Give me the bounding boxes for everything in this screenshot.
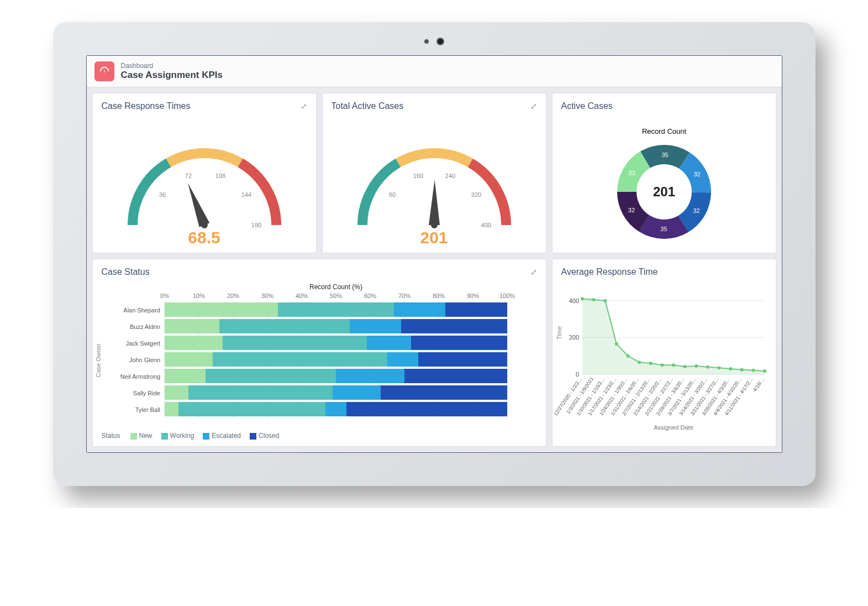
svg-text:0%: 0% — [160, 292, 169, 299]
svg-text:200: 200 — [569, 334, 578, 341]
svg-rect-77 — [165, 402, 178, 416]
legend-title: Status — [102, 432, 120, 440]
svg-point-13 — [431, 222, 438, 228]
svg-point-6 — [201, 222, 208, 228]
svg-text:Record Count (%): Record Count (%) — [309, 283, 362, 291]
svg-point-97 — [683, 365, 686, 368]
header-title: Case Assignment KPIs — [121, 70, 223, 81]
expand-icon[interactable]: ⤢ — [530, 268, 537, 276]
svg-text:35: 35 — [660, 226, 667, 232]
svg-rect-47 — [165, 302, 278, 317]
svg-text:72: 72 — [185, 173, 191, 179]
expand-icon[interactable]: ⤢ — [301, 102, 307, 111]
svg-point-99 — [706, 365, 709, 369]
svg-text:Record Count: Record Count — [641, 127, 686, 135]
svg-rect-70 — [404, 369, 507, 383]
svg-text:Case Owner: Case Owner — [95, 343, 102, 377]
svg-rect-68 — [206, 369, 336, 383]
header-subtitle: Dashboard — [121, 62, 223, 70]
svg-point-100 — [717, 366, 720, 369]
svg-rect-75 — [380, 385, 507, 400]
svg-text:80: 80 — [388, 191, 395, 198]
svg-text:33: 33 — [628, 170, 635, 176]
card-case-status: Case Status ⤢ Record Count (%)Case Owner… — [92, 259, 546, 447]
svg-rect-69 — [336, 369, 404, 383]
svg-text:144: 144 — [241, 191, 251, 198]
svg-text:240: 240 — [445, 173, 455, 179]
svg-rect-67 — [165, 369, 206, 383]
card-avg-response: Average Response Time 0200400Time12/27/2… — [552, 259, 776, 447]
svg-rect-73 — [188, 385, 332, 400]
svg-point-88 — [581, 297, 584, 300]
svg-rect-53 — [219, 319, 350, 333]
svg-rect-58 — [223, 336, 366, 350]
svg-text:32: 32 — [693, 207, 699, 214]
svg-text:320: 320 — [471, 191, 481, 198]
svg-text:400: 400 — [481, 222, 491, 228]
legend-item: Closed — [250, 432, 279, 440]
card-donut-active: Active Cases Record Count333532323532201 — [552, 93, 776, 253]
svg-text:32: 32 — [693, 171, 700, 177]
gauge-active-cases: 80160240320400 — [335, 126, 534, 242]
svg-rect-57 — [165, 336, 223, 350]
svg-rect-63 — [212, 352, 387, 367]
svg-rect-80 — [346, 402, 507, 416]
svg-text:Sally Ride: Sally Ride — [133, 390, 160, 396]
card-response-times: Case Response Times ⤢ 3672108144180 68.5 — [92, 93, 317, 253]
svg-point-91 — [614, 342, 618, 346]
svg-point-104 — [763, 369, 766, 373]
svg-text:Assigned Date: Assigned Date — [654, 424, 693, 431]
svg-text:90%: 90% — [466, 292, 478, 299]
svg-text:Alan Shepard: Alan Shepard — [123, 307, 160, 314]
card-title: Total Active Cases — [332, 101, 404, 111]
dashboard-screen: Dashboard Case Assignment KPIs Case Resp… — [86, 55, 782, 453]
svg-text:50%: 50% — [329, 292, 341, 299]
svg-text:32: 32 — [628, 207, 634, 213]
expand-icon[interactable]: ⤢ — [530, 102, 537, 111]
dashboard-header: Dashboard Case Assignment KPIs — [87, 56, 782, 87]
svg-text:John Glenn: John Glenn — [129, 357, 160, 363]
card-title: Average Response Time — [561, 267, 658, 277]
svg-rect-74 — [332, 385, 380, 400]
svg-point-92 — [626, 354, 629, 358]
svg-text:Jack Swigert: Jack Swigert — [125, 340, 160, 347]
status-legend: Status NewWorkingEscalatedClosed — [93, 429, 546, 446]
svg-rect-72 — [165, 385, 188, 400]
svg-rect-78 — [178, 402, 325, 416]
svg-text:4/18/…: 4/18/… — [751, 376, 765, 393]
legend-item: New — [130, 432, 152, 440]
svg-text:400: 400 — [569, 297, 578, 304]
svg-rect-54 — [349, 319, 401, 333]
gauge-icon — [94, 61, 114, 81]
svg-point-102 — [740, 368, 743, 372]
svg-text:Neil Armstrong: Neil Armstrong — [120, 373, 160, 380]
svg-text:10%: 10% — [192, 292, 204, 299]
stacked-case-status: Record Count (%)Case Owner0%10%20%30%40%… — [93, 280, 535, 424]
svg-text:201: 201 — [653, 184, 675, 199]
svg-rect-79 — [325, 402, 346, 416]
svg-text:Time: Time — [556, 326, 562, 339]
svg-rect-52 — [165, 319, 219, 333]
svg-rect-50 — [445, 302, 507, 317]
svg-rect-65 — [418, 352, 507, 367]
svg-text:100%: 100% — [499, 292, 514, 299]
svg-text:20%: 20% — [227, 292, 239, 299]
svg-rect-49 — [394, 302, 445, 317]
svg-point-94 — [649, 362, 652, 365]
legend-item: Working — [161, 432, 194, 440]
svg-marker-5 — [187, 183, 209, 227]
svg-text:Buzz Aldrin: Buzz Aldrin — [129, 323, 160, 330]
svg-rect-48 — [277, 302, 394, 317]
svg-point-90 — [603, 299, 607, 302]
svg-text:180: 180 — [251, 222, 261, 228]
card-title: Case Status — [102, 267, 150, 277]
svg-text:70%: 70% — [398, 292, 410, 299]
gauge-value: 68.5 — [188, 228, 220, 247]
svg-point-93 — [638, 361, 641, 364]
legend-item: Escalated — [203, 432, 241, 440]
donut-active-cases: Record Count333532323532201 — [565, 117, 764, 250]
svg-point-89 — [592, 298, 595, 301]
svg-text:35: 35 — [661, 152, 668, 158]
card-active-cases: Total Active Cases ⤢ 80160240320400 201 — [322, 93, 546, 253]
svg-rect-62 — [165, 352, 213, 367]
